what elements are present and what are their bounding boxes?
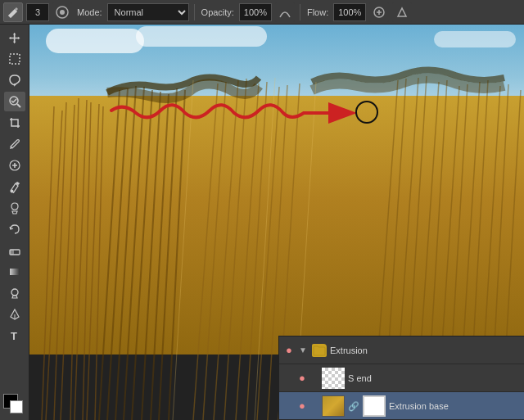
left-tool-panel: T — [0, 25, 29, 420]
svg-line-53 — [255, 78, 275, 420]
layer-visibility-icon-send[interactable]: ● — [296, 372, 309, 385]
svg-line-22 — [115, 86, 136, 420]
canvas-area[interactable]: ● ▼ Extrusion ● S end ● — [29, 25, 524, 420]
svg-rect-3 — [10, 54, 20, 64]
svg-line-15 — [83, 102, 91, 420]
svg-line-27 — [124, 87, 144, 420]
svg-line-32 — [236, 84, 259, 420]
svg-point-1 — [60, 10, 65, 15]
color-swatches[interactable] — [3, 394, 26, 417]
svg-line-14 — [70, 98, 79, 420]
svg-rect-9 — [10, 269, 20, 275]
svg-point-10 — [11, 289, 18, 296]
top-toolbar: 3 Mode: Normal Multiply Screen Overlay O… — [0, 0, 524, 25]
opacity-pressure-icon[interactable] — [275, 2, 295, 22]
flow-icon-2[interactable] — [392, 2, 412, 22]
layer-name-extbase: Extrusion base — [389, 401, 521, 411]
layer-name-extrusion: Extrusion — [330, 345, 521, 355]
svg-line-31 — [214, 80, 238, 420]
svg-line-36 — [224, 79, 246, 420]
tool-crop[interactable] — [4, 113, 25, 133]
flow-label: Flow: — [307, 7, 328, 17]
layer-visibility-icon-extrusion[interactable]: ● — [282, 344, 296, 357]
svg-line-24 — [151, 94, 169, 420]
layer-expand-icon[interactable]: ▼ — [299, 345, 309, 355]
layer-name-send: S end — [348, 373, 521, 383]
svg-line-20 — [87, 104, 99, 420]
separator-1 — [194, 4, 195, 20]
tool-brush[interactable] — [4, 177, 25, 196]
background-color[interactable] — [10, 400, 23, 413]
layer-s-end[interactable]: ● S end — [279, 364, 524, 392]
layer-extrusion-group[interactable]: ● ▼ Extrusion — [279, 336, 524, 364]
layer-extrusion-base[interactable]: ● 🔗 Extrusion base — [279, 392, 524, 420]
tool-move[interactable] — [4, 28, 25, 47]
svg-line-28 — [142, 92, 160, 420]
tool-clone[interactable] — [4, 198, 25, 218]
layer-chain-icon: 🔗 — [348, 401, 358, 411]
svg-point-6 — [10, 190, 13, 193]
mode-select[interactable]: Normal Multiply Screen Overlay — [107, 3, 189, 21]
flow-input[interactable]: 100% — [333, 3, 366, 21]
tool-type[interactable]: T — [4, 326, 25, 345]
tool-healing[interactable] — [4, 156, 25, 175]
opacity-label: Opacity: — [201, 7, 234, 17]
svg-text:T: T — [11, 330, 17, 342]
tool-gradient[interactable] — [4, 262, 25, 282]
brush-size-input[interactable]: 3 — [26, 3, 49, 21]
tool-history[interactable] — [4, 219, 25, 239]
separator-2 — [300, 4, 300, 20]
layer-folder-icon — [312, 344, 327, 357]
svg-line-29 — [159, 88, 177, 420]
tool-lasso[interactable] — [4, 70, 25, 90]
brush-tool-icon[interactable] — [3, 2, 23, 22]
layer-mask-thumb — [363, 395, 386, 417]
svg-line-33 — [257, 87, 279, 420]
tool-eraser[interactable] — [4, 241, 25, 260]
pressure-icon[interactable] — [52, 2, 72, 22]
tool-marquee-rect[interactable] — [4, 49, 25, 69]
opacity-input[interactable]: 100% — [239, 3, 272, 21]
tool-pen[interactable] — [4, 305, 25, 324]
svg-line-26 — [107, 88, 128, 420]
svg-line-18 — [61, 105, 75, 420]
tool-dodge[interactable] — [4, 283, 25, 303]
svg-line-37 — [246, 82, 267, 420]
flow-icon-1[interactable] — [369, 2, 389, 22]
main-area: T — [0, 25, 524, 420]
tool-eyedropper[interactable] — [4, 134, 25, 154]
tool-quick-select[interactable] — [4, 92, 25, 111]
svg-line-19 — [75, 100, 87, 420]
layers-panel: ● ▼ Extrusion ● S end ● — [278, 336, 524, 420]
svg-line-23 — [132, 90, 152, 420]
layer-thumb-extbase — [322, 395, 345, 417]
layer-visibility-icon-extbase[interactable]: ● — [296, 400, 309, 413]
mode-label: Mode: — [77, 7, 102, 17]
layer-thumb-send — [322, 368, 345, 389]
svg-rect-8 — [10, 250, 14, 255]
